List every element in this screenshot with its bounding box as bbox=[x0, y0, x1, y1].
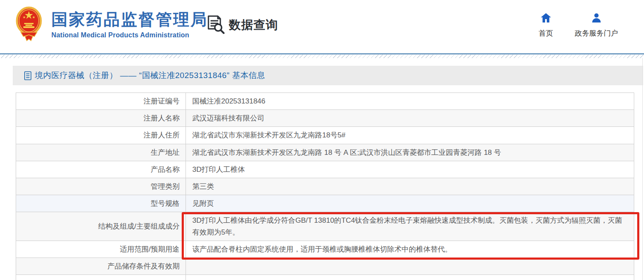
page: 国家药品监督管理局 National Medical Products Admi… bbox=[0, 0, 644, 280]
nav-home[interactable]: 首页 bbox=[534, 13, 558, 38]
row-label bbox=[16, 275, 186, 280]
row-label: 型号规格 bbox=[16, 195, 186, 212]
data-query-section[interactable]: 数据查询 bbox=[207, 14, 278, 36]
org-title-block: 国家药品监督管理局 National Medical Products Admi… bbox=[51, 5, 208, 39]
nmpa-logo[interactable]: 国家药品监督管理局 National Medical Products Admi… bbox=[16, 5, 208, 43]
row-value: 武汉迈瑞科技有限公司 bbox=[186, 110, 634, 126]
table-row: 注册证编号国械注准20253131846 bbox=[16, 93, 634, 110]
row-value: 见附页 bbox=[186, 195, 634, 212]
row-label: 生产地址 bbox=[16, 144, 186, 161]
table-row: 管理类别第三类 bbox=[16, 178, 634, 195]
content-right-edge bbox=[642, 58, 643, 280]
registration-info-table: 注册证编号国械注准20253131846注册人名称武汉迈瑞科技有限公司注册人住所… bbox=[16, 92, 634, 280]
row-value bbox=[186, 258, 634, 274]
document-icon bbox=[24, 71, 31, 80]
row-label: 产品名称 bbox=[16, 161, 186, 178]
table-row-partial bbox=[16, 275, 634, 280]
row-value: 湖北省武汉市东湖新技术开发区九龙南路18号5# bbox=[186, 127, 634, 143]
top-nav: 首页 政务服务门户 bbox=[534, 13, 618, 38]
row-label: 注册证编号 bbox=[16, 93, 186, 109]
home-icon bbox=[540, 13, 551, 25]
row-value: 国械注准20253131846 bbox=[186, 93, 634, 109]
table-row: 产品名称3D打印人工椎体 bbox=[16, 161, 634, 178]
row-value: 3D打印人工椎体 bbox=[186, 161, 634, 178]
document-search-icon bbox=[207, 14, 225, 36]
row-value bbox=[186, 275, 634, 280]
row-label: 结构及组成/主要组成成分 bbox=[16, 212, 186, 240]
row-label: 适用范围/预期用途 bbox=[16, 241, 186, 258]
row-label: 管理类别 bbox=[16, 178, 186, 195]
user-icon bbox=[591, 13, 602, 25]
table-row: 适用范围/预期用途该产品配合脊柱内固定系统使用，适用于颈椎或胸腰椎椎体切除术中的… bbox=[16, 241, 634, 258]
national-emblem-icon bbox=[16, 5, 42, 43]
table-row: 生产地址湖北省武汉市东湖新技术开发区九龙南路 18 号 A 区;武汉市洪山区青菱… bbox=[16, 144, 634, 161]
site-header: 国家药品监督管理局 National Medical Products Admi… bbox=[0, 0, 644, 54]
nav-service-portal-label: 政务服务门户 bbox=[575, 28, 618, 38]
section-title-bar: 境内医疗器械（注册） —— “国械注准20253131846” 基本信息 bbox=[13, 66, 643, 85]
row-label: 产品储存条件及有效期 bbox=[16, 258, 186, 274]
row-value: 3D打印人工椎体由化学成分符合GB/T 13810的TC4钛合金粉末经电子束熔融… bbox=[186, 212, 634, 240]
table-row: 型号规格见附页 bbox=[16, 195, 634, 212]
table-row: 注册人名称武汉迈瑞科技有限公司 bbox=[16, 110, 634, 127]
row-value: 第三类 bbox=[186, 178, 634, 195]
data-query-label: 数据查询 bbox=[229, 17, 278, 33]
hatch-pattern-band bbox=[0, 55, 644, 58]
org-name-en: National Medical Products Administration bbox=[51, 31, 208, 39]
row-label: 注册人名称 bbox=[16, 110, 186, 126]
row-value: 湖北省武汉市东湖新技术开发区九龙南路 18 号 A 区;武汉市洪山区青菱都市工业… bbox=[186, 144, 634, 161]
page-title: 境内医疗器械（注册） —— “国械注准20253131846” 基本信息 bbox=[35, 70, 265, 81]
table-row: 结构及组成/主要组成成分3D打印人工椎体由化学成分符合GB/T 13810的TC… bbox=[16, 212, 634, 241]
table-row: 注册人住所湖北省武汉市东湖新技术开发区九龙南路18号5# bbox=[16, 127, 634, 144]
row-value: 该产品配合脊柱内固定系统使用，适用于颈椎或胸腰椎椎体切除术中的椎体替代。 bbox=[186, 241, 634, 258]
nav-service-portal[interactable]: 政务服务门户 bbox=[575, 13, 618, 38]
org-name-cn: 国家药品监督管理局 bbox=[51, 11, 208, 29]
header-divider-line bbox=[0, 53, 644, 54]
table-row: 产品储存条件及有效期 bbox=[16, 258, 634, 275]
nav-home-label: 首页 bbox=[539, 28, 553, 38]
row-label: 注册人住所 bbox=[16, 127, 186, 143]
